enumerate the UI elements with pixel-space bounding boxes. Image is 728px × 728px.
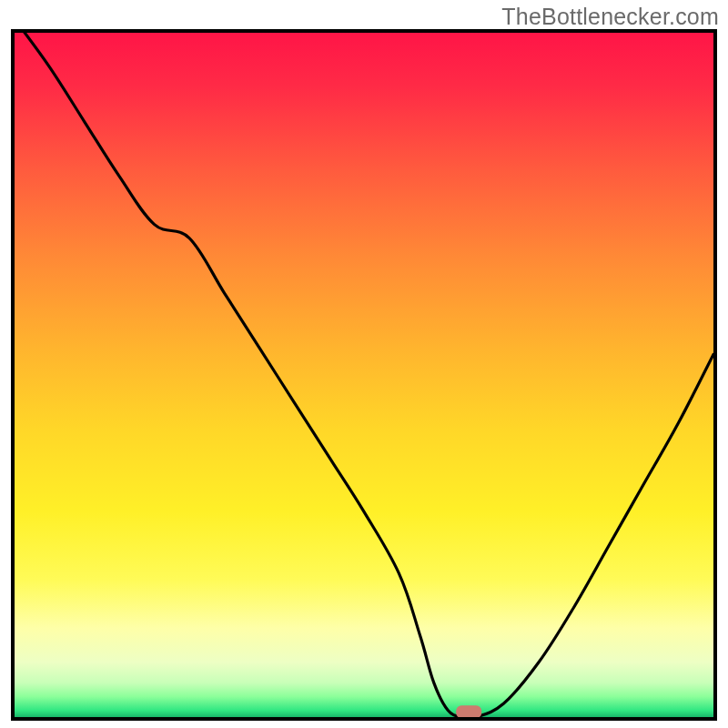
plot-area bbox=[11, 29, 717, 721]
bottleneck-curve bbox=[15, 33, 713, 717]
selected-point-marker bbox=[456, 705, 481, 717]
attribution-label: TheBottlenecker.com bbox=[501, 4, 719, 30]
chart-frame: TheBottlenecker.com bbox=[0, 0, 728, 728]
curve-layer bbox=[15, 33, 713, 717]
